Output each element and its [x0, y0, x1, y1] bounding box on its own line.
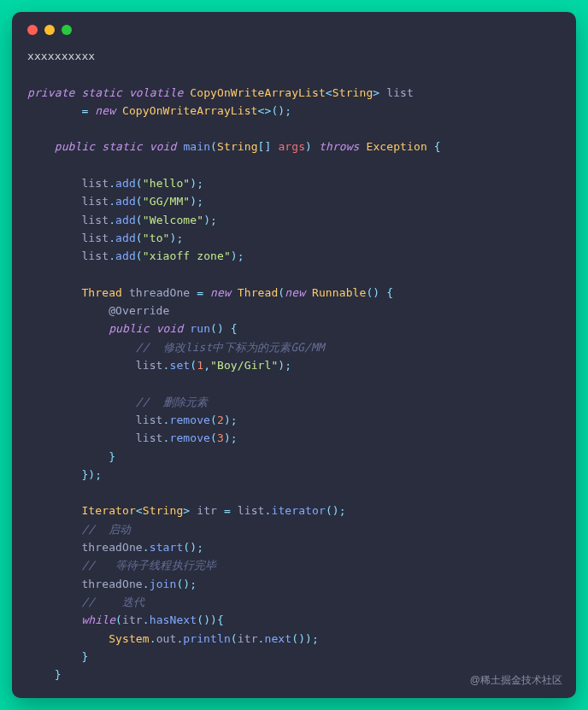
punct: ( — [136, 195, 143, 208]
num: 2 — [217, 414, 224, 426]
type: CopyOnWriteArrayList — [122, 104, 258, 117]
code-text: xxxxxxxxxx — [27, 50, 95, 62]
fn: iterator — [271, 504, 325, 517]
kw-volatile: volatile — [129, 86, 183, 99]
type: Thread — [238, 286, 279, 299]
punct: { — [434, 140, 441, 153]
op: = — [197, 286, 203, 299]
punct: ); — [190, 177, 203, 190]
punct: . — [150, 632, 156, 645]
punct: . — [258, 632, 265, 645]
comment: // 等待子线程执行完毕 — [81, 559, 216, 572]
punct: ); — [278, 359, 291, 372]
punct: ) — [305, 140, 312, 153]
fn: hasNext — [150, 613, 197, 626]
str: "xiaoff zone" — [143, 249, 231, 262]
comment: // 迭代 — [81, 596, 144, 608]
punct: ( — [136, 232, 143, 244]
fn: println — [183, 632, 231, 645]
punct: ); — [231, 249, 244, 262]
comment: // 删除元素 — [136, 396, 208, 408]
punct: < — [136, 504, 143, 517]
punct: ( — [210, 414, 217, 426]
punct: . — [109, 214, 115, 226]
kw-static: static — [81, 86, 122, 99]
str: "Boy/Girl" — [210, 359, 278, 372]
kw-public: public — [109, 322, 150, 335]
fn: add — [115, 249, 136, 262]
minimize-icon[interactable] — [44, 25, 55, 35]
kw-while: while — [81, 613, 115, 626]
punct: > — [183, 504, 190, 517]
punct: > — [373, 86, 379, 99]
fn: add — [115, 232, 136, 244]
code-content: xxxxxxxxxx private static volatile CopyO… — [12, 47, 576, 684]
type: String — [332, 86, 373, 99]
punct: ( — [210, 140, 217, 153]
var: out — [156, 632, 177, 645]
arg: args — [278, 140, 305, 153]
type: Thread — [81, 286, 122, 299]
var: list — [386, 86, 414, 99]
punct: } — [81, 650, 88, 663]
fn: remove — [169, 414, 210, 426]
num: 1 — [197, 359, 203, 372]
op: = — [81, 104, 88, 117]
var: list — [81, 214, 109, 226]
var: list — [136, 359, 163, 372]
maximize-icon[interactable] — [62, 25, 72, 35]
var: list — [81, 232, 109, 244]
punct: . — [143, 578, 150, 590]
kw-void: void — [156, 322, 184, 335]
punct: . — [109, 195, 115, 208]
punct: . — [143, 541, 150, 554]
kw-new: new — [95, 104, 115, 117]
fn-run: run — [190, 322, 210, 335]
punct: (); — [183, 541, 203, 554]
punct: ()); — [291, 632, 319, 645]
punct: } — [109, 450, 115, 463]
fn-main: main — [183, 140, 210, 153]
punct: ( — [136, 214, 143, 226]
window-titlebar — [12, 25, 576, 47]
punct: ( — [136, 177, 143, 190]
punct: ); — [203, 214, 217, 226]
punct: ( — [231, 632, 238, 645]
punct: ); — [224, 431, 238, 444]
punct: ); — [190, 195, 203, 208]
var: list — [136, 414, 163, 426]
punct: , — [203, 359, 210, 372]
kw-new: new — [210, 286, 231, 299]
fn: add — [115, 177, 136, 190]
fn: start — [150, 541, 184, 554]
punct: ); — [170, 232, 184, 244]
kw-private: private — [27, 86, 75, 99]
close-icon[interactable] — [27, 25, 38, 35]
code-window: xxxxxxxxxx private static volatile CopyO… — [12, 12, 576, 698]
var: list — [238, 504, 265, 517]
fn: add — [115, 214, 136, 226]
var: list — [81, 177, 109, 190]
var: itr — [197, 504, 217, 517]
punct: [] — [258, 140, 272, 153]
punct: ( — [190, 359, 197, 372]
num: 3 — [217, 431, 224, 444]
var: itr — [122, 613, 143, 626]
fn: add — [115, 195, 136, 208]
punct: (); — [326, 504, 346, 517]
str: "GG/MM" — [143, 195, 191, 208]
punct: }); — [81, 468, 102, 481]
punct: . — [109, 177, 115, 190]
op: = — [224, 504, 231, 517]
kw-throws: throws — [319, 140, 360, 153]
kw-void: void — [150, 140, 177, 153]
fn: remove — [169, 431, 210, 444]
punct: . — [109, 249, 115, 262]
type: System — [109, 632, 150, 645]
fn: join — [150, 578, 177, 590]
punct: () { — [366, 286, 393, 299]
type: CopyOnWriteArrayList — [190, 86, 326, 99]
type: Exception — [366, 140, 426, 153]
var: list — [136, 431, 163, 444]
punct: () { — [210, 322, 238, 335]
